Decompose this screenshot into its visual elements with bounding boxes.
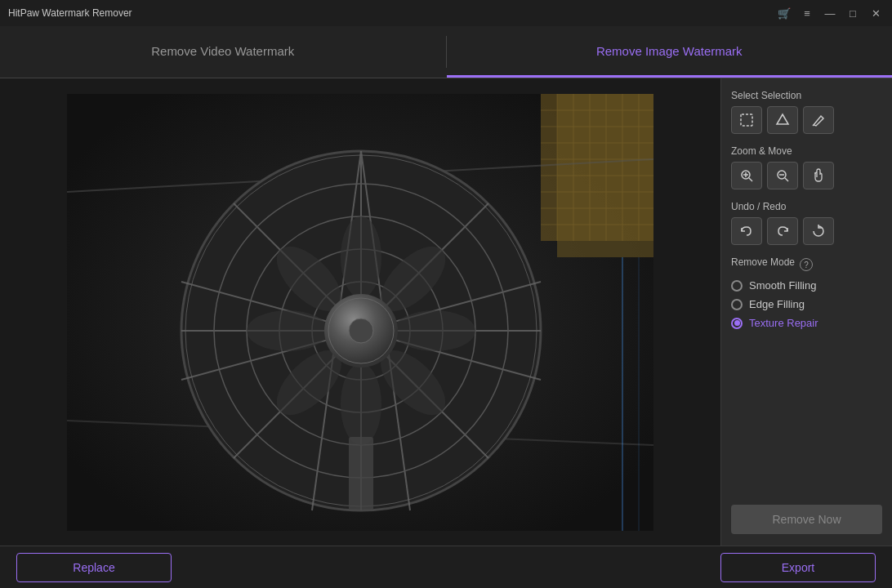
- fan-image: [67, 94, 653, 531]
- svg-line-57: [785, 178, 788, 181]
- right-panel: Select Selection: [720, 78, 892, 546]
- tab-image[interactable]: Remove Image Watermark: [447, 26, 893, 78]
- pen-selection-button[interactable]: [803, 106, 834, 134]
- remove-now-button[interactable]: Remove Now: [731, 505, 882, 534]
- svg-rect-49: [741, 114, 752, 126]
- svg-rect-4: [541, 94, 653, 241]
- edge-filling-option[interactable]: Edge Filling: [731, 298, 882, 310]
- edge-filling-radio[interactable]: [731, 299, 743, 310]
- zoom-move-section: Zoom & Move: [731, 145, 882, 189]
- tab-bar: Remove Video Watermark Remove Image Wate…: [0, 26, 892, 78]
- svg-marker-50: [777, 114, 788, 124]
- zoom-in-button[interactable]: [731, 162, 762, 189]
- remove-mode-help[interactable]: ?: [800, 258, 813, 271]
- bottom-bar: Replace Export: [0, 546, 892, 588]
- smooth-filling-label: Smooth Filling: [749, 279, 816, 292]
- lasso-selection-button[interactable]: [767, 106, 798, 134]
- window-controls: 🛒 ≡ — □ ✕: [776, 5, 884, 21]
- texture-repair-radio[interactable]: [731, 318, 743, 329]
- replace-button[interactable]: Replace: [16, 553, 172, 582]
- titlebar: HitPaw Watermark Remover 🛒 ≡ — □ ✕: [0, 0, 892, 26]
- rect-selection-button[interactable]: [731, 106, 762, 134]
- export-button[interactable]: Export: [720, 553, 876, 582]
- redo2-button[interactable]: [803, 217, 834, 245]
- undo-redo-section: Undo / Redo: [731, 201, 882, 245]
- undo-redo-tools-row: [731, 217, 882, 245]
- select-selection-label: Select Selection: [731, 90, 882, 101]
- image-canvas[interactable]: [0, 78, 720, 546]
- svg-point-37: [394, 310, 475, 351]
- svg-point-41: [247, 310, 328, 351]
- remove-mode-label-row: Remove Mode ?: [731, 256, 882, 273]
- zoom-out-button[interactable]: [767, 162, 798, 189]
- smooth-filling-radio[interactable]: [731, 280, 743, 292]
- main-content: Select Selection: [0, 78, 892, 546]
- menu-button[interactable]: ≡: [799, 5, 815, 21]
- maximize-button[interactable]: □: [845, 5, 861, 21]
- texture-repair-label: Texture Repair: [749, 317, 818, 329]
- selection-tools-row: [731, 106, 882, 134]
- smooth-filling-option[interactable]: Smooth Filling: [731, 279, 882, 292]
- minimize-button[interactable]: —: [822, 5, 838, 21]
- svg-line-53: [749, 178, 752, 181]
- undo-button[interactable]: [731, 217, 762, 245]
- select-selection-section: Select Selection: [731, 90, 882, 134]
- svg-point-45: [349, 318, 373, 343]
- undo-redo-label: Undo / Redo: [731, 201, 882, 212]
- remove-mode-label: Remove Mode: [731, 256, 795, 268]
- texture-repair-option[interactable]: Texture Repair: [731, 317, 882, 329]
- remove-mode-section: Remove Mode ? Smooth Filling Edge Fillin…: [731, 256, 882, 336]
- tab-video[interactable]: Remove Video Watermark: [0, 26, 446, 78]
- cart-button[interactable]: 🛒: [776, 5, 792, 21]
- svg-point-39: [341, 363, 381, 445]
- svg-point-35: [341, 216, 381, 298]
- zoom-move-label: Zoom & Move: [731, 145, 882, 157]
- redo-button[interactable]: [767, 217, 798, 245]
- pan-button[interactable]: [803, 162, 834, 189]
- svg-rect-46: [349, 437, 373, 510]
- svg-line-51: [813, 125, 814, 126]
- close-button[interactable]: ✕: [867, 5, 884, 21]
- app-title: HitPaw Watermark Remover: [8, 7, 132, 19]
- zoom-tools-row: [731, 162, 882, 189]
- edge-filling-label: Edge Filling: [749, 298, 805, 310]
